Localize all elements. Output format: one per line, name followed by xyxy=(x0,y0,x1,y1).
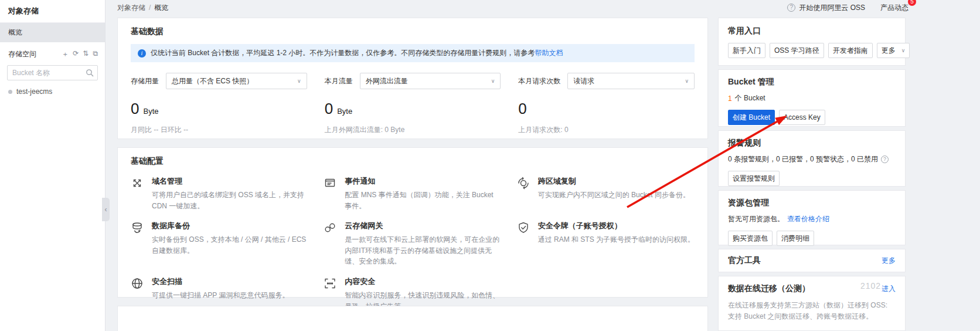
database-backup-icon xyxy=(131,221,145,267)
sidebar: 对象存储 概览 存储空间 ＋ ⟳ ⇅ ⧉ test-jeecms xyxy=(0,0,106,331)
feature-title[interactable]: 事件通知 xyxy=(345,176,501,187)
feature-desc: 配置 MNS 事件通知（回调）功能，关注 Bucket 事件。 xyxy=(345,190,501,211)
search-icon[interactable] xyxy=(86,69,94,77)
stat-monthly-traffic-sub: 上月外网流出流量: 0 Byte xyxy=(325,125,501,135)
storage-space-actions: ＋ ⟳ ⇅ ⧉ xyxy=(62,49,98,59)
add-bucket-icon[interactable]: ＋ xyxy=(62,49,69,59)
basic-data-title: 基础数据 xyxy=(131,26,695,37)
domain-management-icon xyxy=(131,176,145,211)
setup-alarm-rules-button[interactable]: 设置报警规则 xyxy=(728,171,780,186)
stat-monthly-traffic-label: 本月流量 xyxy=(325,76,353,86)
breadcrumb-root[interactable]: 对象存储 xyxy=(117,3,145,13)
notice-body: 仅统计当前 Bucket 合计数据，平均延迟 1-2 小时。不作为计量数据，仅作… xyxy=(151,49,535,57)
buy-resource-package-label: 购买资源包 xyxy=(733,234,768,244)
sidebar-collapse-handle[interactable]: ‹ xyxy=(102,198,110,221)
sidebar-item-overview-label: 概览 xyxy=(8,28,22,36)
help-doc-link[interactable]: 帮助文档 xyxy=(535,49,563,57)
access-key-button[interactable]: Access Key xyxy=(779,110,825,125)
storage-usage-select[interactable]: 总用量（不含 ECS 快照） ∨ xyxy=(166,73,307,89)
app-title: 对象存储 xyxy=(0,0,105,23)
create-bucket-button[interactable]: 创建 Bucket xyxy=(728,110,775,125)
stat-storage-usage: 存储用量 总用量（不含 ECS 快照） ∨ 0 Byte 月同比 -- 日环比 … xyxy=(131,73,307,135)
more-button[interactable]: 更多∨ xyxy=(877,43,910,58)
sort-icon[interactable]: ⇅ xyxy=(83,49,89,59)
bucket-name: test-jeecms xyxy=(16,87,52,96)
official-tools-title: 官方工具 xyxy=(728,255,761,266)
developer-guide-button[interactable]: 开发者指南 xyxy=(828,43,873,58)
stat-monthly-requests-value: 0 xyxy=(518,100,526,118)
bucket-icon xyxy=(8,90,12,94)
feature-title[interactable]: 域名管理 xyxy=(152,176,308,187)
stat-monthly-traffic: 本月流量 外网流出流量 ∨ 0 Byte 上月外网流出流量: 0 Byte xyxy=(325,73,501,135)
help-question-icon[interactable]: ? xyxy=(881,156,889,163)
billing-details-button[interactable]: 消费明细 xyxy=(777,231,814,246)
sidebar-item-overview[interactable]: 概览 xyxy=(0,23,105,42)
feature-cloud-storage-gateway[interactable]: 云存储网关 是一款可在线下和云上部署的软网关，可在企业的内部IT环境和基于云的存… xyxy=(324,221,501,267)
topbar: 对象存储 / 概览 ? 开始使用阿里云 OSS 产品动态 5 xyxy=(106,0,980,15)
data-migration-desc: 在线迁移服务支持第三方源站（数据）迁移到 OSS: 支持 Bucket 之间数据… xyxy=(728,300,896,322)
feature-event-notification[interactable]: 事件通知 配置 MNS 事件通知（回调）功能，关注 Bucket 事件。 xyxy=(324,176,501,211)
getting-started-button[interactable]: 新手入门 xyxy=(728,43,765,58)
bucket-list-item[interactable]: test-jeecms xyxy=(0,82,105,102)
create-bucket-label: 创建 Bucket xyxy=(733,113,770,123)
monthly-requests-select[interactable]: 读请求 ∨ xyxy=(567,73,695,89)
oss-learning-path-label: OSS 学习路径 xyxy=(774,46,819,56)
feature-security-token[interactable]: 安全令牌（子账号授权） 通过 RAM 和 STS 为子账号授予临时的访问权限。 xyxy=(517,221,695,267)
feature-database-backup[interactable]: 数据库备份 实时备份到 OSS，支持本地 / 公网 / 其他云 / ECS 自建… xyxy=(131,221,308,267)
feature-cross-region-replication[interactable]: 跨区域复制 可实现账户内不同区域之间的 Bucket 同步备份。 xyxy=(517,176,695,211)
view-pricing-link[interactable]: 查看价格介绍 xyxy=(787,214,829,224)
notification-badge: 5 xyxy=(908,0,916,6)
oss-learning-path-button[interactable]: OSS 学习路径 xyxy=(770,43,824,58)
monthly-traffic-select[interactable]: 外网流出流量 ∨ xyxy=(360,73,501,89)
quick-entry-card: 常用入口 新手入门 OSS 学习路径 开发者指南 更多∨ xyxy=(718,18,906,66)
expand-icon[interactable]: ⧉ xyxy=(93,49,98,59)
official-tools-more-link[interactable]: 更多 xyxy=(882,256,896,266)
bucket-search-input[interactable] xyxy=(7,65,98,80)
monthly-traffic-select-value: 外网流出流量 xyxy=(366,76,408,86)
feature-domain-management[interactable]: 域名管理 可将用户自己的域名绑定到 OSS 域名上，并支持 CDN 一键加速。 xyxy=(131,176,308,211)
collapse-chevron-icon: ‹ xyxy=(105,205,107,214)
feature-title[interactable]: 云存储网关 xyxy=(345,221,501,231)
feature-title[interactable]: 跨区域复制 xyxy=(538,176,690,187)
security-token-icon xyxy=(517,221,531,267)
basic-data-card: 基础数据 i 仅统计当前 Bucket 合计数据，平均延迟 1-2 小时。不作为… xyxy=(117,18,708,139)
feature-desc: 可实现账户内不同区域之间的 Bucket 同步备份。 xyxy=(538,190,690,201)
stat-monthly-requests-sub: 上月请求次数: 0 xyxy=(518,125,695,135)
question-circle-icon: ? xyxy=(787,4,795,12)
topbar-right: ? 开始使用阿里云 OSS 产品动态 5 xyxy=(787,3,908,13)
storage-space-label: 存储空间 xyxy=(8,49,62,59)
help-getting-started-link[interactable]: ? 开始使用阿里云 OSS xyxy=(787,3,865,13)
notice-banner: i 仅统计当前 Bucket 合计数据，平均延迟 1-2 小时。不作为计量数据，… xyxy=(131,44,695,62)
access-key-label: Access Key xyxy=(784,113,821,121)
bucket-count-suffix: 个 Bucket xyxy=(735,93,765,103)
stat-storage-usage-value: 0 xyxy=(131,100,139,118)
chevron-down-icon: ∨ xyxy=(491,78,495,84)
product-news-link[interactable]: 产品动态 5 xyxy=(880,3,908,13)
stat-storage-usage-sub: 月同比 -- 日环比 -- xyxy=(131,125,307,135)
feature-desc: 可将用户自己的域名绑定到 OSS 域名上，并支持 CDN 一键加速。 xyxy=(152,190,308,211)
event-notification-icon xyxy=(324,176,338,211)
feature-title[interactable]: 安全令牌（子账号授权） xyxy=(538,221,695,231)
basic-config-card: 基础配置 域名管理 可将用户自己的域名绑定到 OSS 域名上，并支持 CDN 一… xyxy=(117,147,708,298)
feature-title[interactable]: 安全扫描 xyxy=(152,276,289,287)
billing-details-label: 消费明细 xyxy=(781,234,809,244)
alarm-rules-title: 报警规则 xyxy=(728,138,896,148)
bucket-management-title: Bucket 管理 xyxy=(728,77,896,87)
data-migration-enter-link[interactable]: 进入 xyxy=(882,284,896,294)
official-tools-card: 官方工具 更多 xyxy=(718,249,906,272)
breadcrumb-separator: / xyxy=(149,4,151,12)
refresh-icon[interactable]: ⟳ xyxy=(73,49,79,59)
stat-monthly-traffic-value: 0 xyxy=(325,100,333,118)
more-label: 更多 xyxy=(882,46,896,56)
breadcrumb-current: 概览 xyxy=(154,3,168,13)
next-card-sliver xyxy=(117,306,708,331)
feature-desc: 实时备份到 OSS，支持本地 / 公网 / 其他云 / ECS 自建数据库。 xyxy=(152,234,308,256)
data-migration-card: 数据在线迁移（公测） 进入 在线迁移服务支持第三方源站（数据）迁移到 OSS: … xyxy=(718,276,906,331)
monthly-requests-select-value: 读请求 xyxy=(573,76,594,86)
cross-region-replication-icon xyxy=(517,176,531,211)
stat-storage-usage-label: 存储用量 xyxy=(131,76,159,86)
info-icon: i xyxy=(138,49,146,58)
feature-title[interactable]: 数据库备份 xyxy=(152,221,308,231)
feature-title[interactable]: 内容安全 xyxy=(345,276,501,287)
buy-resource-package-button[interactable]: 购买资源包 xyxy=(728,231,773,246)
